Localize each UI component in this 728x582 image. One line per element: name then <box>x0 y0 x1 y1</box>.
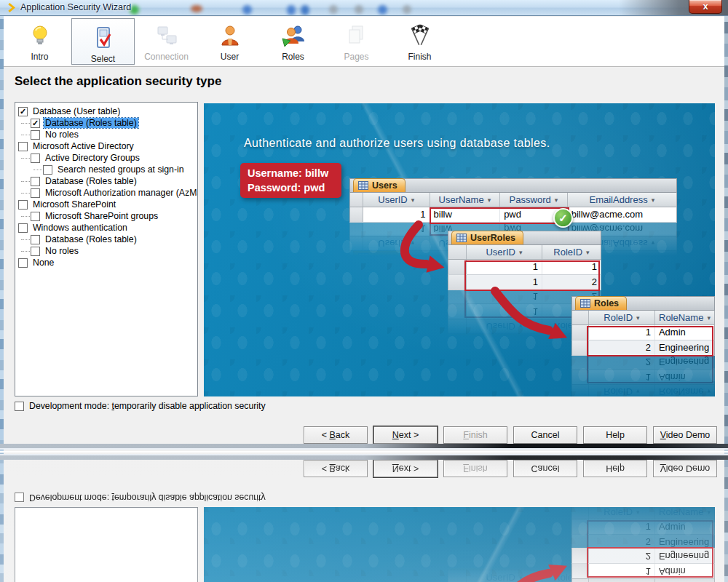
refl-back-button: < Back <box>304 460 368 477</box>
checkbox[interactable]: ✓ <box>31 188 40 198</box>
checkbox[interactable]: ✓ <box>18 142 28 151</box>
tree-item[interactable]: ✓Microsoft Active Directory <box>15 140 197 152</box>
development-mode-row[interactable]: ✓ Development mode: temporarily disable … <box>15 401 266 411</box>
refl-development-mode-label: Development mode: temporarily disable ap… <box>29 493 266 503</box>
roles-table: Roles RoleID▾ RoleName▾ 1 Admin 2 Engine… <box>571 296 715 356</box>
table-tab-bar: Roles <box>571 296 715 311</box>
credentials-callout: Username: billw Password: pwd <box>240 163 341 198</box>
datasheet-icon <box>358 181 368 190</box>
credential-username: Username: billw <box>248 166 334 180</box>
refl-window-bottom-edge <box>0 454 728 460</box>
step-user[interactable]: User <box>198 17 261 66</box>
refl-table-header-row: RoleID▾ RoleName▾ <box>571 578 715 582</box>
desktop-blur-blob <box>329 5 338 14</box>
checkbox[interactable]: ✓ <box>31 154 40 163</box>
desktop-blur-blob <box>287 5 296 15</box>
checkbox[interactable]: ✓ <box>18 107 28 116</box>
tree-item[interactable]: ✓Windows authentication <box>15 222 197 234</box>
illustration-panel: Authenticate and authorize users using d… <box>204 103 715 396</box>
checklist-icon <box>92 24 114 52</box>
refl-table-row: 1 Admin <box>571 563 715 578</box>
tree-item[interactable]: ✓Database (Roles table) <box>15 175 197 187</box>
tree-item[interactable]: ✓Active Directory Groups <box>15 152 197 164</box>
security-type-tree[interactable]: ✓Database (User table) ✓Database (Roles … <box>15 102 198 396</box>
refl-finish-button: Finish <box>443 460 507 477</box>
checkbox[interactable]: ✓ <box>18 223 28 233</box>
help-button[interactable]: Help <box>583 426 647 444</box>
step-label: Connection <box>144 52 189 62</box>
back-button[interactable]: < Back <box>304 426 368 444</box>
checkbox[interactable]: ✓ <box>18 258 28 268</box>
refl-window-frame-left <box>0 453 4 582</box>
tree-item[interactable]: ✓No roles <box>15 245 197 257</box>
record-selector <box>572 370 589 384</box>
tree-connector <box>33 170 42 170</box>
table-row: 1 billw pwd billw@acme.com <box>349 207 677 223</box>
cancel-button[interactable]: Cancel <box>513 426 577 444</box>
finish-button[interactable]: Finish <box>443 426 507 444</box>
step-intro[interactable]: Intro <box>8 17 71 66</box>
sort-arrow-icon: ▾ <box>555 196 558 204</box>
step-connection[interactable]: Connection <box>135 17 198 66</box>
tree-item[interactable]: ✓Microsoft Authorization manager (AzMan) <box>15 187 197 199</box>
tree-item[interactable]: ✓Microsoft SharePoint <box>15 199 197 210</box>
development-mode-label: Development mode: temporarily disable ap… <box>29 401 266 411</box>
refl-table-header-row: RoleID▾ RoleName▾ <box>571 507 715 519</box>
checkbox[interactable]: ✓ <box>31 247 40 256</box>
refl-cancel-button: Cancel <box>513 460 577 477</box>
checkbox[interactable]: ✓ <box>31 212 40 221</box>
lightbulb-icon <box>29 22 51 49</box>
roles-icon <box>281 22 306 49</box>
refl-record-selector <box>572 535 589 549</box>
refl-wizard-buttons: < Back Next > Finish Cancel Help Video D… <box>304 460 717 477</box>
step-label: User <box>221 52 239 62</box>
desktop-blur-blob <box>403 5 411 14</box>
step-select[interactable]: Select <box>71 18 135 65</box>
record-selector <box>572 385 589 396</box>
next-button[interactable]: Next > <box>373 426 438 444</box>
step-finish[interactable]: Finish <box>388 17 451 66</box>
table-row: 1 2 <box>448 275 601 290</box>
sort-arrow-icon: ▾ <box>519 323 523 330</box>
window-title: Application Security Wizard <box>20 2 131 12</box>
tree-item[interactable]: ✓Database (Roles table) <box>15 234 197 245</box>
tree-item[interactable]: ✓Database (Roles table) <box>15 117 197 129</box>
datasheet-icon <box>358 253 368 262</box>
checkbox[interactable]: ✓ <box>31 235 40 244</box>
table-header-row: UserID▾ UserName▾ Password▾ EmailAddress… <box>349 193 677 207</box>
users-table: Users UserID▾ UserName▾ Password▾ EmailA… <box>349 178 677 223</box>
tree-connector <box>21 181 30 182</box>
table-header-row: UserID▾ RoleID▾ <box>448 245 601 260</box>
refl-table-row: 2 Engineering <box>571 548 715 563</box>
development-mode-checkbox[interactable]: ✓ <box>15 402 24 411</box>
tree-item[interactable]: ✓Microsoft SharePoint groups <box>15 210 197 222</box>
tree-item[interactable]: ✓None <box>15 257 197 268</box>
checkbox[interactable]: ✓ <box>18 200 28 210</box>
checkbox[interactable]: ✓ <box>43 165 52 175</box>
wizard-window: Application Security Wizard x Intro Sele… <box>0 0 728 451</box>
datasheet-icon <box>456 336 467 345</box>
step-roles[interactable]: Roles <box>261 17 325 66</box>
checkbox[interactable]: ✓ <box>31 177 40 186</box>
table-header-row: RoleID▾ RoleName▾ <box>571 384 715 396</box>
video-demo-button[interactable]: Video Demo <box>653 426 717 444</box>
title-bar[interactable]: Application Security Wizard <box>0 0 728 16</box>
tree-connector <box>21 193 30 194</box>
tree-item[interactable]: ✓No roles <box>15 129 197 140</box>
refl-roles-table: Roles RoleID▾ RoleName▾ 1 Admin 2 Engine… <box>571 354 715 396</box>
record-selector <box>448 304 467 319</box>
record-selector <box>572 325 589 340</box>
checkbox[interactable]: ✓ <box>31 119 40 128</box>
sort-arrow-icon: ▾ <box>411 196 415 204</box>
tree-item[interactable]: ✓Database (User table) <box>15 105 197 117</box>
tree-item[interactable]: ✓Search nested groups at sign-in <box>15 164 197 175</box>
table-row: 1 Admin <box>571 325 715 340</box>
step-pages[interactable]: Pages <box>325 17 388 66</box>
close-button[interactable]: x <box>689 0 722 14</box>
refl-record-selector <box>572 564 589 578</box>
record-selector <box>448 260 467 274</box>
refl-sort-arrow-icon: ▾ <box>707 509 711 516</box>
refl-record-selector <box>572 549 589 563</box>
checkbox[interactable]: ✓ <box>31 130 40 140</box>
reflection-inner: Application Security Wizard x Intro Sele… <box>0 453 728 582</box>
